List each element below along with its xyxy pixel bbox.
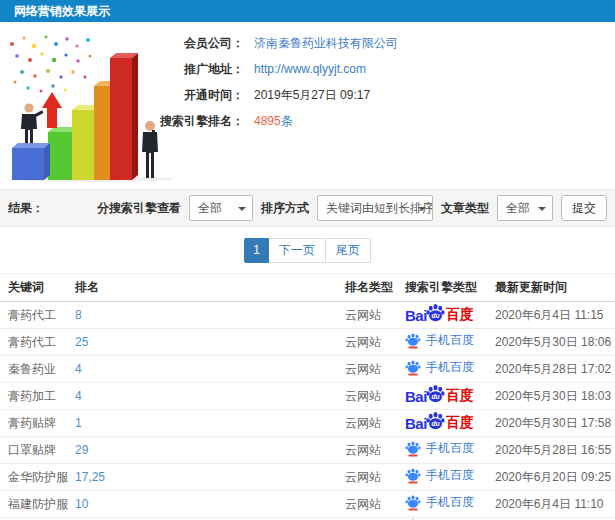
baidu-mobile-logo-icon: 手机百度 [405, 467, 474, 484]
table-row: 口罩贴牌 29 云网站 手机百度 2020年5月28日 16:55 [0, 437, 615, 464]
baidu-mobile-logo-icon: 手机百度 [405, 359, 474, 376]
rank-link[interactable]: 4 [75, 389, 82, 403]
baidu-pc-logo-icon: Baidu百度 [405, 303, 474, 328]
company-label: 会员公司： [158, 30, 244, 56]
bar-red [110, 53, 138, 180]
keyword-cell: 膏药贴牌 [0, 410, 75, 437]
baidu-paw-icon: du [426, 384, 445, 403]
table-row: 膏药贴牌 1 云网站 Baidu百度 2020年5月30日 17:58 [0, 410, 615, 437]
baidu-pc-logo-icon: Baidu百度 [405, 411, 474, 436]
engine-cell: 手机百度 [405, 356, 495, 383]
promo-url-link[interactable]: http://www.qlyyjt.com [254, 56, 366, 82]
pagination-section: 1 下一页 尾页 [0, 227, 615, 273]
table-row: 膏药加工 4 云网站 Baidu百度 2020年5月30日 18:03 [0, 383, 615, 410]
updated-cell: 2020年6月20日 09:25 [495, 464, 615, 491]
header-updated: 最新更新时间 [495, 274, 615, 302]
header-rank: 排名 [75, 274, 345, 302]
baidu-mobile-logo-icon: 手机百度 [405, 494, 474, 511]
rank-count-suffix: 条 [281, 114, 293, 128]
updated-cell: 2020年5月30日 17:58 [495, 410, 615, 437]
page-title: 网络营销效果展示 [14, 4, 110, 18]
rank-link[interactable]: 10 [75, 497, 88, 511]
submit-button[interactable]: 提交 [561, 195, 607, 221]
confetti-dots [10, 35, 92, 92]
engine-cell: Baidu百度 [405, 302, 495, 329]
rank-count-label: 搜索引擎排名： [158, 108, 244, 134]
keyword-cell: 膏药代工 [0, 302, 75, 329]
bar-blue [12, 143, 50, 180]
article-type-select-value: 全部 [506, 201, 530, 215]
rank-count-value: 4895条 [254, 108, 293, 134]
promo-url-label: 推广地址： [158, 56, 244, 82]
businessman-left [21, 104, 43, 144]
svg-text:du: du [431, 420, 439, 427]
baidu-paw-icon: du [426, 303, 445, 322]
baidu-mobile-paw-icon [405, 495, 421, 511]
keyword-cell: 口罩贴牌 [0, 437, 75, 464]
keyword-cell: 秦鲁药业 [0, 356, 75, 383]
rank-type-cell: 云网站 [345, 491, 405, 518]
header-keyword: 关键词 [0, 274, 75, 302]
page-button-current[interactable]: 1 [244, 238, 269, 263]
table-row: 膏药代工 25 云网站 手机百度 2020年5月30日 18:06 [0, 329, 615, 356]
baidu-mobile-paw-icon [405, 360, 421, 376]
info-row-url: 推广地址： http://www.qlyyjt.com [158, 56, 398, 82]
header-rank-type: 排名类型 [345, 274, 405, 302]
table-header-row: 关键词 排名 排名类型 搜索引擎类型 最新更新时间 [0, 274, 615, 302]
rank-type-cell: 云网站 [345, 437, 405, 464]
filter-bar: 结果： 分搜索引擎查看 全部 排序方式 关键词由短到长排序 文章类型 全部 提交 [0, 189, 615, 227]
table-row: 秦鲁药业 4 云网站 手机百度 2020年5月28日 17:02 [0, 356, 615, 383]
keyword-cell: 福建防护服 [0, 491, 75, 518]
svg-text:du: du [431, 312, 439, 319]
article-type-label: 文章类型 [441, 200, 489, 217]
rank-type-cell: 云网站 [345, 464, 405, 491]
sort-select[interactable]: 关键词由短到长排序 [317, 195, 433, 221]
info-row-company: 会员公司： 济南秦鲁药业科技有限公司 [158, 30, 398, 56]
rank-link[interactable]: 1 [75, 416, 82, 430]
updated-cell: 2020年5月28日 16:55 [495, 437, 615, 464]
rank-count-number: 4895 [254, 114, 281, 128]
info-row-rank-count: 搜索引擎排名： 4895条 [158, 108, 398, 134]
chevron-down-icon [238, 207, 246, 211]
engine-cell: 手机百度 [405, 437, 495, 464]
keyword-cell: 金华防护服 [0, 464, 75, 491]
marketing-report-page: 网络营销效果展示 [0, 0, 615, 520]
next-page-button[interactable]: 下一页 [268, 238, 326, 263]
rank-link[interactable]: 29 [75, 443, 88, 457]
pager: 1 下一页 尾页 [244, 238, 371, 263]
engine-cell: 手机百度 [405, 329, 495, 356]
info-row-open-time: 开通时间： 2019年5月27日 09:17 [158, 82, 398, 108]
results-table-body: 膏药代工 8 云网站 Baidu百度 2020年6月4日 11:15 膏药代工 … [0, 302, 615, 520]
baidu-mobile-logo-icon: 手机百度 [405, 332, 474, 349]
engine-select-value: 全部 [198, 201, 222, 215]
rank-type-cell: 云网站 [345, 410, 405, 437]
engine-cell: Baidu百度 [405, 410, 495, 437]
rank-link[interactable]: 8 [75, 308, 82, 322]
keyword-cell: 膏药代工 [0, 329, 75, 356]
table-row: 福建防护服 10 云网站 手机百度 2020年6月4日 11:10 [0, 491, 615, 518]
engine-cell: Baidu百度 [405, 383, 495, 410]
app-header: 网络营销效果展示 [0, 0, 615, 22]
rank-type-cell: 云网站 [345, 356, 405, 383]
engine-cell: 手机百度 [405, 491, 495, 518]
results-table: 关键词 排名 排名类型 搜索引擎类型 最新更新时间 膏药代工 8 云网站 Bai… [0, 273, 615, 520]
engine-select[interactable]: 全部 [189, 195, 253, 221]
article-type-select[interactable]: 全部 [497, 195, 553, 221]
engine-cell: 手机百度 [405, 464, 495, 491]
open-time-label: 开通时间： [158, 82, 244, 108]
baidu-mobile-paw-icon [405, 441, 421, 457]
rank-link[interactable]: 17,25 [75, 470, 105, 484]
chevron-down-icon [538, 207, 546, 211]
top-section: 会员公司： 济南秦鲁药业科技有限公司 推广地址： http://www.qlyy… [0, 22, 615, 189]
last-page-button[interactable]: 尾页 [325, 238, 371, 263]
updated-cell: 2020年5月30日 18:06 [495, 329, 615, 356]
baidu-pc-logo-icon: Baidu百度 [405, 384, 474, 409]
table-row: 膏药代工 8 云网站 Baidu百度 2020年6月4日 11:15 [0, 302, 615, 329]
rank-type-cell: 云网站 [345, 383, 405, 410]
rank-link[interactable]: 4 [75, 362, 82, 376]
baidu-mobile-paw-icon [405, 468, 421, 484]
company-link[interactable]: 济南秦鲁药业科技有限公司 [254, 30, 398, 56]
sort-filter-label: 排序方式 [261, 200, 309, 217]
open-time-value: 2019年5月27日 09:17 [254, 82, 370, 108]
rank-link[interactable]: 25 [75, 335, 88, 349]
